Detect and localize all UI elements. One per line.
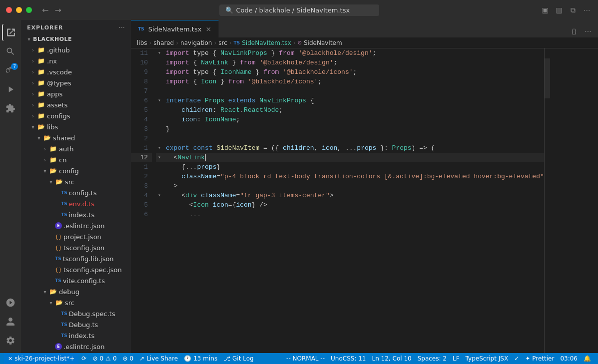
tree-item-index-ts[interactable]: › TS index.ts [21, 209, 131, 220]
tree-root[interactable]: ▾ BLACKHOLE [21, 33, 131, 44]
tree-item-vite-config[interactable]: › TS vite.config.ts [21, 275, 131, 286]
status-bell[interactable]: 🔔 [581, 353, 594, 364]
back-arrow[interactable]: ← [40, 4, 50, 16]
forward-arrow[interactable]: → [52, 4, 63, 16]
tree-item-tsconfig[interactable]: › {} tsconfig.json [21, 242, 131, 253]
tree-item-vscode[interactable]: › 📁 .vscode [21, 66, 131, 77]
tree-item-github[interactable]: › 📁 .github [21, 44, 131, 55]
search-bar[interactable]: 🔍 Code / blackhole / SideNavItem.tsx [219, 4, 379, 16]
status-cursor-pos[interactable]: Ln 12, Col 10 [369, 353, 415, 364]
tree-label: .eslintrc.json [63, 343, 104, 351]
tree-label: debug [59, 288, 79, 296]
breadcrumb-shared[interactable]: shared [153, 39, 174, 46]
status-live-share[interactable]: ↗ Live Share [136, 353, 181, 364]
breadcrumb-src[interactable]: src [218, 39, 227, 46]
code-content[interactable]: ▾ import type { NavLinkProps } from '@bl… [156, 48, 544, 353]
bell-icon: 🔔 [584, 355, 591, 362]
search-icon[interactable] [2, 43, 19, 60]
tree-item-configs[interactable]: › 📁 configs [21, 110, 131, 121]
code-editor[interactable]: 11 10 9 8 7 6 5 4 3 2 1 12 1 2 3 4 5 [131, 48, 598, 353]
extensions-icon[interactable] [2, 100, 19, 117]
tree-label: vite.config.ts [63, 277, 105, 285]
breadcrumb-file[interactable]: SideNavItem.tsx [242, 39, 291, 46]
tree-item-debug-src[interactable]: ▾ 📂 src [21, 297, 131, 308]
status-spaces[interactable]: Spaces: 2 [415, 353, 450, 364]
minimize-button[interactable] [16, 7, 22, 13]
tab-bar: TS SideNavItem.tsx × ⟨⟩ ··· [131, 20, 598, 37]
folder-icon: 📁 [37, 112, 45, 120]
status-x-badge[interactable]: ✕ ski-26-project-list*+ [4, 353, 78, 364]
sidebar-header: EXPLORER ··· [21, 20, 131, 33]
tree-label-blackhole: BLACKHOLE [33, 36, 72, 42]
breadcrumb-libs[interactable]: libs [137, 39, 147, 46]
accounts-icon[interactable] [2, 313, 19, 330]
tree-item-nx[interactable]: › 📁 .nx [21, 55, 131, 66]
tree-item-apps[interactable]: › 📁 apps [21, 88, 131, 99]
status-refs[interactable]: ⊛ 0 [120, 353, 137, 364]
status-eol[interactable]: LF [450, 353, 463, 364]
tree-item-shared[interactable]: ▾ 📂 shared [21, 132, 131, 143]
status-time[interactable]: 🕐 13 mins [181, 353, 220, 364]
status-prettier[interactable]: ✦ Prettier [522, 353, 557, 364]
breadcrumb-navigation[interactable]: navigation [180, 39, 212, 46]
status-sync[interactable]: ⟳ [78, 353, 89, 364]
tree-label: shared [53, 134, 75, 142]
split-editor-icon[interactable]: ⟨⟩ [568, 25, 580, 37]
run-icon[interactable] [2, 81, 19, 98]
tree-item-debug[interactable]: ▾ 📂 debug [21, 286, 131, 297]
tree-item-config[interactable]: ▾ 📂 config [21, 165, 131, 176]
tree-item-tsconfig-lib[interactable]: › TS tsconfig.lib.json [21, 253, 131, 264]
clock-icon: 🕐 [184, 355, 191, 362]
folder-open-icon: 📂 [55, 299, 63, 307]
sidebar-toggle[interactable]: ▤ [554, 5, 564, 15]
maximize-button[interactable] [26, 7, 32, 13]
tree-item-debug-ts[interactable]: › TS Debug.ts [21, 319, 131, 330]
more-tab-actions[interactable]: ··· [582, 25, 594, 37]
sidebar-more-button[interactable]: ··· [119, 24, 125, 31]
sidebar: EXPLORER ··· ▾ BLACKHOLE › 📁 .github › 📁… [21, 20, 131, 353]
prettier-icon: ✦ [525, 355, 530, 362]
status-git-log[interactable]: ⎇ Git Log [220, 353, 256, 364]
split-editor[interactable]: ⧉ [568, 5, 578, 15]
tree-label: index.ts [69, 332, 95, 340]
tree-item-libs[interactable]: ▾ 📂 libs [21, 121, 131, 132]
tree-item-project-json[interactable]: › {} project.json [21, 231, 131, 242]
tree-item-eslintrc[interactable]: › E .eslintrc.json [21, 220, 131, 231]
tree-item-config-ts[interactable]: › TS config.ts [21, 187, 131, 198]
tree-item-env-dts[interactable]: › TS env.d.ts [21, 198, 131, 209]
tree-item-auth[interactable]: › 📁 auth [21, 143, 131, 154]
status-errors[interactable]: ⊘ 0 ⚠ 0 [89, 353, 119, 364]
tree-item-assets[interactable]: › 📁 assets [21, 99, 131, 110]
breadcrumb-symbol[interactable]: SideNavItem [304, 39, 342, 46]
tree-item-debug-eslint[interactable]: › E .eslintrc.json [21, 341, 131, 352]
source-control-icon[interactable]: 7 [2, 62, 19, 79]
tree-item-debug-spec[interactable]: › TS Debug.spec.ts [21, 308, 131, 319]
panel-toggle[interactable]: ▣ [540, 5, 550, 15]
ts-icon: TS [61, 201, 67, 206]
tab-close-button[interactable]: × [204, 25, 212, 33]
more-actions[interactable]: ⋯ [582, 5, 592, 15]
chevron-down-icon: ▾ [47, 300, 55, 306]
tree-item-types[interactable]: › 📁 @types [21, 77, 131, 88]
status-language[interactable]: TypeScript JSX [463, 353, 512, 364]
chevron-right-icon: › [29, 91, 37, 97]
folder-icon: 📁 [37, 57, 45, 65]
tree-item-src1[interactable]: ▾ 📂 src [21, 176, 131, 187]
code-line-sub4: ▾ < div className = "fr gap-3 items-cent… [156, 191, 544, 200]
code-line-8: import { Icon } from '@blackhole/icons' … [156, 77, 544, 86]
close-button[interactable] [6, 7, 12, 13]
status-time-display[interactable]: 03:06 [557, 353, 581, 364]
status-check-icon[interactable]: ✓ [511, 353, 522, 364]
tree-item-cn[interactable]: › 📁 cn [21, 154, 131, 165]
explorer-icon[interactable] [2, 24, 19, 41]
status-mode[interactable]: -- NORMAL -- [283, 353, 328, 364]
minimap-slider[interactable] [545, 58, 550, 98]
status-unocss[interactable]: UnoCSS: 11 [328, 353, 369, 364]
remote-icon[interactable] [2, 294, 19, 311]
chevron-right-icon: › [41, 146, 49, 152]
settings-icon[interactable] [2, 332, 19, 349]
tab-sidenavitem[interactable]: TS SideNavItem.tsx × [131, 20, 219, 37]
tree-item-debug-index[interactable]: › TS index.ts [21, 330, 131, 341]
error-count: 0 [99, 355, 103, 362]
tree-item-tsconfig-spec[interactable]: › {} tsconfig.spec.json [21, 264, 131, 275]
